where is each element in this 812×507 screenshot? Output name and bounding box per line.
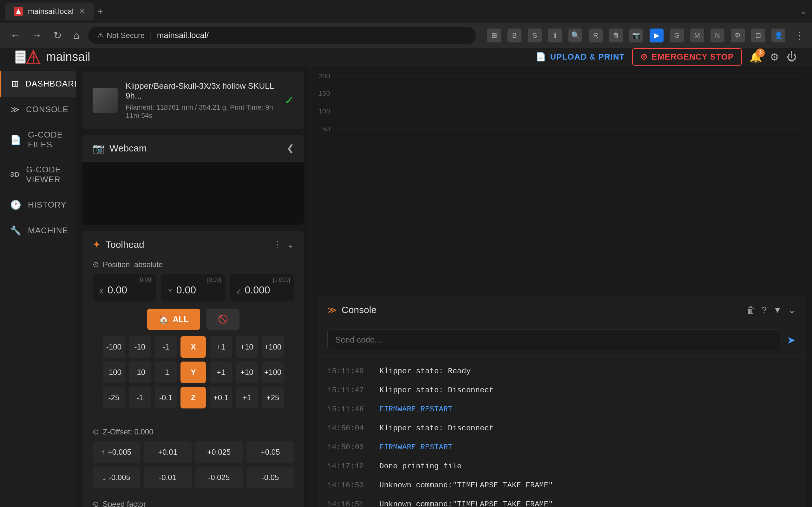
- jog-z-plus01-button[interactable]: +0.1: [210, 387, 232, 408]
- tab-bar-menu[interactable]: ⌄: [801, 7, 807, 16]
- console-header: ≫ Console 🗑 ? ▼ ⌄: [317, 297, 806, 323]
- active-tab[interactable]: mainsail.local ✕: [5, 3, 94, 20]
- ext-icon-7[interactable]: 🗑: [609, 29, 623, 43]
- jog-z-minus01-button[interactable]: -0.1: [155, 387, 177, 408]
- console-help-button[interactable]: ?: [762, 305, 767, 315]
- jog-z-axis-button[interactable]: Z: [181, 387, 206, 408]
- console-icon: ≫: [10, 104, 20, 115]
- z-offset-up-025-button[interactable]: +0.025: [195, 441, 243, 463]
- forward-button[interactable]: →: [29, 27, 44, 44]
- console-collapse-button[interactable]: ⌄: [788, 305, 796, 315]
- new-tab-button[interactable]: +: [98, 6, 103, 16]
- power-button[interactable]: ⏻: [786, 51, 797, 63]
- sidebar-item-history[interactable]: 🕐 HISTORY: [0, 192, 76, 218]
- toolhead-collapse-button[interactable]: ⌄: [287, 239, 294, 250]
- home-button[interactable]: ⌂: [71, 27, 82, 44]
- z-offset-down-005-button[interactable]: ↓ -0.005: [93, 467, 140, 488]
- jog-y-row: -100 -10 -1 Y +1 +10 +100: [103, 361, 284, 383]
- ext-icon-3[interactable]: S: [528, 29, 542, 43]
- browser-extensions: ⊞ B S ℹ 🔍 R 🗑 📷 ▶ G M N ⚙ ⊡ 👤: [487, 29, 785, 43]
- console-send-button[interactable]: ➤: [787, 334, 796, 346]
- z-offset-down-05-button[interactable]: -0.05: [247, 467, 294, 488]
- viewer-icon: 3D: [10, 170, 20, 179]
- notification-button[interactable]: 🔔 3: [750, 51, 762, 63]
- jog-y-plus10-button[interactable]: +10: [236, 361, 258, 383]
- sidebar-item-machine[interactable]: 🔧 MACHINE: [0, 218, 76, 243]
- ext-icon-10[interactable]: G: [670, 29, 684, 43]
- sidebar-item-gcode-files[interactable]: 📄 G-CODE FILES: [0, 122, 76, 157]
- z-offset-up-05-button[interactable]: +0.05: [247, 441, 294, 463]
- jog-z-plus1-button[interactable]: +1: [236, 387, 258, 408]
- jog-x-axis-button[interactable]: X: [181, 336, 206, 358]
- jog-y-plus100-button[interactable]: +100: [262, 361, 284, 383]
- ext-icon-11[interactable]: M: [690, 29, 704, 43]
- motors-off-icon: 🚫: [218, 314, 228, 324]
- back-button[interactable]: ←: [8, 27, 23, 44]
- jog-x-minus1-button[interactable]: -1: [155, 336, 177, 358]
- jog-y-minus10-button[interactable]: -10: [129, 361, 151, 383]
- ext-icon-4[interactable]: ℹ: [548, 29, 562, 43]
- jog-x-minus10-button[interactable]: -10: [129, 336, 151, 358]
- ext-icon-15[interactable]: 👤: [771, 29, 785, 43]
- settings-button[interactable]: ⚙: [770, 51, 779, 63]
- ext-icon-12[interactable]: N: [711, 29, 724, 43]
- browser-menu-button[interactable]: ⋮: [794, 30, 804, 42]
- sidebar-item-console[interactable]: ≫ CONSOLE: [0, 97, 76, 122]
- jog-z-minus1-button[interactable]: -1: [129, 387, 151, 408]
- ext-icon-8[interactable]: 📷: [629, 29, 643, 43]
- print-thumb-image: [93, 88, 118, 113]
- ext-icon-6[interactable]: R: [589, 29, 603, 43]
- files-icon: 📄: [10, 135, 21, 145]
- ext-icon-13[interactable]: ⚙: [731, 29, 745, 43]
- jog-x-plus100-button[interactable]: +100: [262, 336, 284, 358]
- refresh-button[interactable]: ↻: [51, 27, 64, 44]
- log-message: Unknown command:"TIMELAPSE_TAKE_FRAME": [379, 481, 553, 490]
- console-filter-button[interactable]: ▼: [773, 305, 782, 315]
- log-time: 14:17:12: [327, 462, 372, 470]
- console-delete-button[interactable]: 🗑: [747, 305, 756, 315]
- address-bar[interactable]: ⚠ Not Secure | mainsail.local/: [88, 26, 476, 44]
- position-label-text: Position: absolute: [103, 260, 163, 269]
- ext-icon-14[interactable]: ⊡: [751, 29, 765, 43]
- app-layout: ⊞ DASHBOARD ≫ CONSOLE 📄 G-CODE FILES 3D …: [0, 66, 812, 507]
- ext-icon-5[interactable]: 🔍: [568, 29, 582, 43]
- log-message: Klipper state: Disconnect: [379, 386, 494, 395]
- ext-icon-9[interactable]: ▶: [650, 29, 664, 43]
- z-offset-label: ⊙ Z-Offset: 0.000: [93, 428, 294, 436]
- jog-y-minus1-button[interactable]: -1: [155, 361, 177, 383]
- z-offset-icon: ⊙: [93, 428, 99, 436]
- home-motors-button[interactable]: 🚫: [206, 308, 240, 330]
- jog-y-minus100-button[interactable]: -100: [103, 361, 125, 383]
- help-button[interactable]: ?: [10, 505, 16, 507]
- upload-print-label: UPLOAD & PRINT: [550, 52, 624, 62]
- toolhead-title: Toolhead: [106, 239, 273, 250]
- webcam-collapse-button[interactable]: ❮: [287, 143, 294, 153]
- sidebar-item-dashboard[interactable]: ⊞ DASHBOARD: [0, 71, 76, 97]
- z-offset-up-01-button[interactable]: +0.01: [144, 441, 192, 463]
- svg-text:100: 100: [318, 108, 330, 115]
- toolhead-more-button[interactable]: ⋮: [273, 239, 282, 250]
- ext-icon-1[interactable]: ⊞: [487, 29, 501, 43]
- log-message: Done printing file: [379, 462, 461, 470]
- jog-z-minus25-button[interactable]: -25: [103, 387, 125, 408]
- jog-x-row: -100 -10 -1 X +1 +10 +100: [103, 336, 284, 358]
- sidebar-item-gcode-viewer[interactable]: 3D G-CODE VIEWER: [0, 157, 76, 192]
- z-offset-up-005-button[interactable]: ↑ +0.005: [93, 441, 140, 463]
- ext-icon-2[interactable]: B: [507, 29, 521, 43]
- home-all-button[interactable]: 🏠 ALL: [147, 308, 200, 330]
- jog-x-plus10-button[interactable]: +10: [236, 336, 258, 358]
- tab-close-button[interactable]: ✕: [79, 7, 85, 15]
- upload-print-button[interactable]: 📄 UPLOAD & PRINT: [536, 52, 624, 62]
- jog-y-axis-button[interactable]: Y: [181, 361, 206, 383]
- console-input[interactable]: [327, 330, 782, 350]
- jog-x-minus100-button[interactable]: -100: [103, 336, 125, 358]
- z-offset-down-025-button[interactable]: -0.025: [195, 467, 243, 488]
- sidebar-toggle-button[interactable]: ☰: [15, 50, 26, 64]
- z-offset-down-01-button[interactable]: -0.01: [144, 467, 192, 488]
- jog-z-plus25-button[interactable]: +25: [262, 387, 284, 408]
- jog-x-plus1-button[interactable]: +1: [210, 336, 232, 358]
- emergency-stop-button[interactable]: ⊘ EMERGENCY STOP: [632, 48, 742, 66]
- jog-y-plus1-button[interactable]: +1: [210, 361, 232, 383]
- log-time: 15:11:49: [327, 367, 372, 376]
- log-message: Klipper state: Ready: [379, 367, 471, 376]
